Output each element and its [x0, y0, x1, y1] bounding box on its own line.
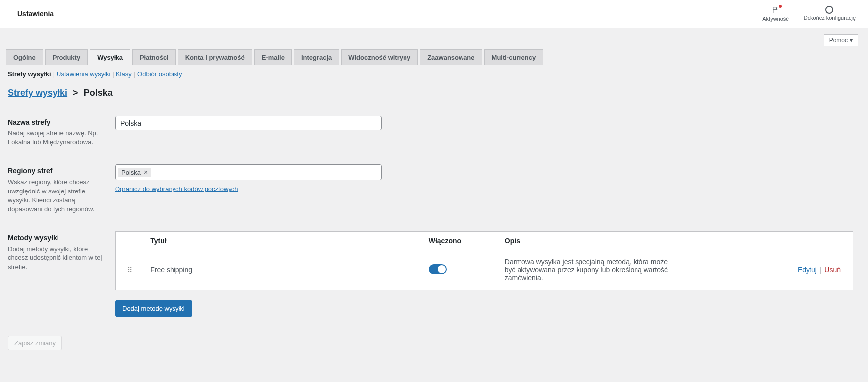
subnav-separator: |	[134, 70, 135, 78]
page-title: Ustawienia	[17, 10, 54, 18]
subnav-link[interactable]: Ustawienia wysyłki	[57, 70, 110, 78]
notification-dot-icon	[779, 5, 782, 8]
tab-wysyłka[interactable]: Wysyłka	[90, 49, 130, 65]
circle-icon	[825, 6, 833, 14]
top-bar-actions: Aktywność Dokończ konfigurację	[762, 6, 856, 22]
breadcrumb-current: Polska	[84, 88, 113, 98]
subnav-separator: |	[53, 70, 55, 78]
finish-setup-button[interactable]: Dokończ konfigurację	[804, 6, 856, 22]
zone-name-label-cell: Nazwa strefy Nadaj swojej strefie nazwę.…	[6, 108, 110, 157]
activity-label: Aktywność	[762, 16, 789, 22]
tab-zaawansowane[interactable]: Zaawansowane	[420, 49, 482, 65]
close-icon[interactable]: ×	[144, 169, 148, 176]
action-separator: |	[820, 266, 822, 274]
breadcrumb: Strefy wysyłki > Polska	[6, 84, 858, 108]
tab-ogólne[interactable]: Ogólne	[6, 49, 43, 65]
enabled-toggle[interactable]	[429, 264, 447, 274]
col-drag	[116, 232, 145, 250]
zone-form: Nazwa strefy Nadaj swojej strefie nazwę.…	[6, 108, 858, 324]
drag-handle-icon[interactable]: ⠿	[127, 266, 132, 274]
tab-widoczność-witryny[interactable]: Widoczność witryny	[341, 49, 418, 65]
help-label: Pomoc	[829, 37, 848, 44]
col-title: Tytuł	[144, 232, 423, 250]
tab-produkty[interactable]: Produkty	[45, 49, 88, 65]
tab-konta-i-prywatność[interactable]: Konta i prywatność	[178, 49, 252, 65]
activity-button[interactable]: Aktywność	[762, 6, 789, 22]
zone-name-label: Nazwa strefy	[8, 118, 51, 126]
region-tag: Polska ×	[118, 168, 151, 177]
edit-link[interactable]: Edytuj	[798, 266, 817, 274]
zone-regions-desc: Wskaż regiony, które chcesz uwzględnić w…	[8, 178, 105, 214]
help-row: Pomoc ▾	[6, 34, 858, 46]
col-enabled: Włączono	[423, 232, 499, 250]
top-bar: Ustawienia Aktywność Dokończ konfiguracj…	[0, 0, 868, 28]
methods-label: Metody wysyłki	[8, 234, 59, 242]
tab-płatności[interactable]: Płatności	[132, 49, 176, 65]
table-row: ⠿ Free shipping Darmowa wysyłka jest spe…	[116, 250, 853, 290]
breadcrumb-root-link[interactable]: Strefy wysyłki	[8, 88, 67, 98]
add-method-button[interactable]: Dodaj metodę wysyłki	[115, 300, 192, 317]
save-button[interactable]: Zapisz zmiany	[8, 336, 62, 350]
tab-integracja[interactable]: Integracja	[294, 49, 339, 65]
subnav-link[interactable]: Klasy	[116, 70, 132, 78]
zone-regions-label-cell: Regiony stref Wskaż regiony, które chces…	[6, 157, 110, 224]
breadcrumb-separator: >	[73, 88, 78, 98]
col-desc: Opis	[499, 232, 676, 250]
content: Pomoc ▾ OgólneProduktyWysyłkaPłatnościKo…	[0, 28, 868, 360]
method-title: Free shipping	[144, 250, 423, 290]
tab-e-maile[interactable]: E-maile	[254, 49, 292, 65]
subnav-current: Strefy wysyłki	[8, 70, 51, 78]
help-button[interactable]: Pomoc ▾	[824, 34, 858, 46]
flag-icon	[772, 6, 780, 15]
settings-tabs: OgólneProduktyWysyłkaPłatnościKonta i pr…	[6, 49, 858, 65]
methods-desc: Dodaj metody wysyłki, które chcesz udost…	[8, 245, 105, 272]
finish-label: Dokończ konfigurację	[804, 15, 856, 21]
region-tag-label: Polska	[121, 169, 141, 176]
tab-multi-currency[interactable]: Multi-currency	[484, 49, 544, 65]
method-desc: Darmowa wysyłka jest specjalną metodą, k…	[499, 250, 676, 290]
shipping-methods-table: Tytuł Włączono Opis ⠿ Free shipping Darm…	[115, 231, 853, 290]
subnav-link[interactable]: Odbiór osobisty	[137, 70, 182, 78]
methods-label-cell: Metody wysyłki Dodaj metody wysyłki, któ…	[6, 224, 110, 324]
shipping-subnav: Strefy wysyłki|Ustawienia wysyłki|Klasy|…	[6, 65, 858, 84]
col-actions	[676, 232, 853, 250]
zone-name-input[interactable]	[115, 116, 382, 130]
delete-link[interactable]: Usuń	[824, 266, 841, 274]
zone-regions-input[interactable]: Polska ×	[115, 164, 382, 180]
subnav-separator: |	[112, 70, 114, 78]
chevron-down-icon: ▾	[850, 37, 853, 44]
zone-name-desc: Nadaj swojej strefie nazwę. Np. Lokalna …	[8, 129, 105, 147]
limit-postcodes-link[interactable]: Ogranicz do wybranych kodów pocztowych	[115, 185, 238, 192]
zone-regions-label: Regiony stref	[8, 167, 52, 175]
